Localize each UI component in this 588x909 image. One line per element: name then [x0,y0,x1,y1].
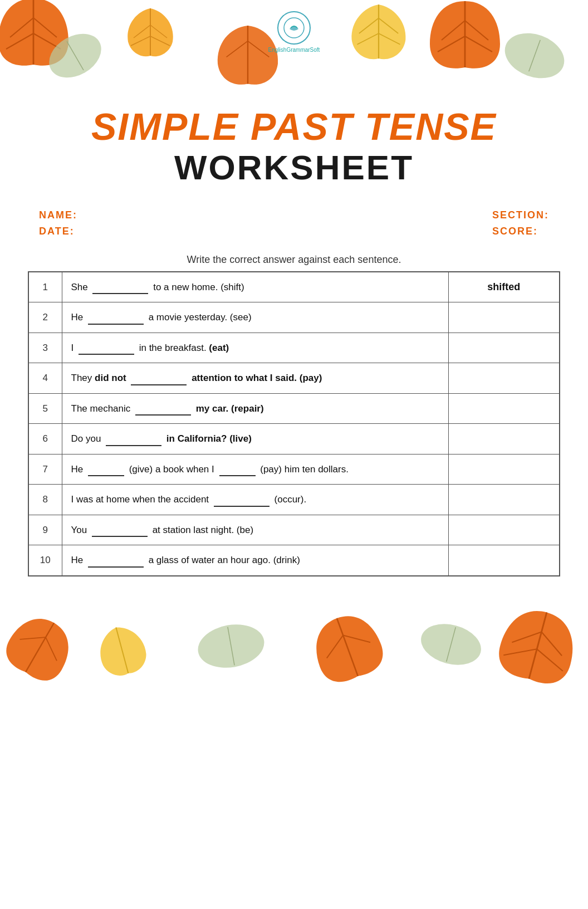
logo-icon [283,17,305,39]
row-num: 7 [28,454,62,485]
bottom-decoration [0,588,588,677]
blank [92,292,148,294]
blank [88,565,144,568]
row-num: 8 [28,485,62,515]
row-num: 3 [28,333,62,363]
answer-cell [448,302,560,333]
leaf-bottom-green-center [195,621,267,671]
fields-left: NAME: DATE: [39,209,77,237]
leaf-bottom-right-orange [496,607,579,688]
blank [88,322,144,325]
table-row: 6 Do you in California? (live) [28,424,560,454]
blank [131,383,187,385]
sentence-cell: He a movie yesterday. (see) [62,302,448,333]
top-decoration: EnglishGrammarSoft [0,0,588,100]
row-num: 1 [28,272,62,302]
sentence-cell: She to a new home. (shift) [62,272,448,302]
blank [219,474,256,476]
sub-title: WORKSHEET [33,148,555,187]
sentence-cell: He (give) a book when I (pay) him ten do… [62,454,448,485]
table-row: 2 He a movie yesterday. (see) [28,302,560,333]
row-num: 6 [28,424,62,454]
row-num: 5 [28,393,62,424]
table-row: 10 He a glass of water an hour ago. (dri… [28,545,560,576]
leaf-bottom-right-green [418,621,484,668]
sentence-cell: The mechanic my car. (repair) [62,393,448,424]
answer-cell [448,424,560,454]
worksheet-table: 1 She to a new home. (shift) shifted 2 H… [28,271,560,576]
sentence-cell: I was at home when the accident (occur). [62,485,448,515]
section-label: SECTION: [492,209,549,221]
answer-cell [448,393,560,424]
table-row: 8 I was at home when the accident (occur… [28,485,560,515]
table-row: 3 I in the breakfast. (eat) [28,333,560,363]
table-row: 7 He (give) a book when I (pay) him ten … [28,454,560,485]
sentence-cell: Do you in California? (live) [62,424,448,454]
blank [79,353,134,355]
instructions: Write the correct answer against each se… [0,243,588,271]
blank [214,505,270,507]
logo-area: EnglishGrammarSoft [0,0,588,53]
blank [135,413,191,416]
row-num: 9 [28,515,62,545]
leaf-bottom-yellow [95,624,150,680]
sentence-cell: I in the breakfast. (eat) [62,333,448,363]
leaf-bottom-center-orange [312,613,384,685]
answer-cell [448,545,560,576]
logo-text: EnglishGrammarSoft [0,47,588,53]
worksheet-page: EnglishGrammarSoft SIMPLE PAST TENS [0,0,588,909]
fields-section: NAME: DATE: SECTION: SCORE: [0,198,588,243]
sentence-cell: You at station last night. (be) [62,515,448,545]
answer-cell: shifted [448,272,560,302]
answer-cell [448,363,560,394]
row-num: 4 [28,363,62,394]
leaf-bottom-left-orange [6,615,72,682]
table-row: 4 They did not attention to what I said.… [28,363,560,394]
table-row: 9 You at station last night. (be) [28,515,560,545]
answer-cell [448,515,560,545]
sentence-cell: They did not attention to what I said. (… [62,363,448,394]
blank [106,444,161,446]
score-label: SCORE: [492,226,549,237]
blank [92,535,148,537]
table-row: 1 She to a new home. (shift) shifted [28,272,560,302]
date-label: DATE: [39,226,77,237]
sentence-cell: He a glass of water an hour ago. (drink) [62,545,448,576]
logo-circle [277,11,311,45]
answer-cell [448,333,560,363]
answer-cell [448,454,560,485]
fields-right: SECTION: SCORE: [492,209,549,237]
name-label: NAME: [39,209,77,221]
main-title: SIMPLE PAST TENSE [33,106,555,148]
row-num: 2 [28,302,62,333]
answer-cell [448,485,560,515]
table-row: 5 The mechanic my car. (repair) [28,393,560,424]
blank [88,474,124,476]
title-section: SIMPLE PAST TENSE WORKSHEET [0,100,588,198]
row-num: 10 [28,545,62,576]
